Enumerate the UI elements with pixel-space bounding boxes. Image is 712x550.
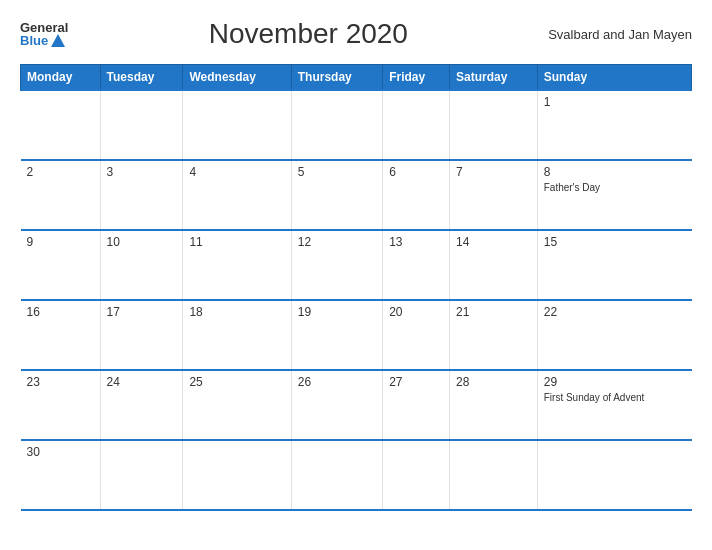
week-row-3: 9101112131415 [21, 230, 692, 300]
day-number: 10 [107, 235, 177, 249]
day-number: 15 [544, 235, 686, 249]
day-cell: 7 [449, 160, 537, 230]
day-number: 18 [189, 305, 284, 319]
day-number: 8 [544, 165, 686, 179]
day-header-friday: Friday [383, 65, 450, 91]
day-cell [183, 440, 291, 510]
day-cell: 17 [100, 300, 183, 370]
day-number: 13 [389, 235, 443, 249]
day-cell [383, 90, 450, 160]
day-cell [291, 90, 382, 160]
week-row-2: 2345678Father's Day [21, 160, 692, 230]
week-row-4: 16171819202122 [21, 300, 692, 370]
day-cell [21, 90, 101, 160]
day-number: 19 [298, 305, 376, 319]
day-cell: 2 [21, 160, 101, 230]
day-number: 6 [389, 165, 443, 179]
day-header-monday: Monday [21, 65, 101, 91]
day-cell: 25 [183, 370, 291, 440]
day-cell: 10 [100, 230, 183, 300]
day-cell: 3 [100, 160, 183, 230]
day-number: 3 [107, 165, 177, 179]
day-number: 21 [456, 305, 531, 319]
day-cell: 19 [291, 300, 382, 370]
day-cell: 30 [21, 440, 101, 510]
day-number: 7 [456, 165, 531, 179]
day-number: 9 [27, 235, 94, 249]
day-cell: 12 [291, 230, 382, 300]
day-cell: 20 [383, 300, 450, 370]
day-header-wednesday: Wednesday [183, 65, 291, 91]
day-number: 11 [189, 235, 284, 249]
day-number: 25 [189, 375, 284, 389]
day-event: First Sunday of Advent [544, 391, 686, 404]
days-header-row: MondayTuesdayWednesdayThursdayFridaySatu… [21, 65, 692, 91]
day-cell: 21 [449, 300, 537, 370]
day-number: 26 [298, 375, 376, 389]
day-cell: 15 [537, 230, 691, 300]
day-number: 22 [544, 305, 686, 319]
day-cell: 9 [21, 230, 101, 300]
day-number: 12 [298, 235, 376, 249]
calendar-table: MondayTuesdayWednesdayThursdayFridaySatu… [20, 64, 692, 511]
day-cell [449, 440, 537, 510]
day-cell [537, 440, 691, 510]
day-cell: 6 [383, 160, 450, 230]
logo: General Blue [20, 21, 68, 47]
day-header-sunday: Sunday [537, 65, 691, 91]
day-cell: 22 [537, 300, 691, 370]
calendar-header: General Blue November 2020 Svalbard and … [20, 18, 692, 50]
day-header-thursday: Thursday [291, 65, 382, 91]
day-cell [291, 440, 382, 510]
day-number: 16 [27, 305, 94, 319]
day-number: 24 [107, 375, 177, 389]
logo-blue-area: Blue [20, 34, 68, 47]
day-number: 1 [544, 95, 686, 109]
day-cell: 13 [383, 230, 450, 300]
day-number: 20 [389, 305, 443, 319]
day-number: 14 [456, 235, 531, 249]
day-number: 23 [27, 375, 94, 389]
day-cell: 23 [21, 370, 101, 440]
day-cell [100, 90, 183, 160]
week-row-5: 23242526272829First Sunday of Advent [21, 370, 692, 440]
day-number: 17 [107, 305, 177, 319]
logo-blue-text: Blue [20, 34, 48, 47]
day-number: 4 [189, 165, 284, 179]
day-header-saturday: Saturday [449, 65, 537, 91]
day-cell [100, 440, 183, 510]
day-cell [183, 90, 291, 160]
day-event: Father's Day [544, 181, 686, 194]
day-cell: 26 [291, 370, 382, 440]
calendar-wrapper: General Blue November 2020 Svalbard and … [0, 0, 712, 550]
day-cell: 27 [383, 370, 450, 440]
week-row-1: 1 [21, 90, 692, 160]
day-cell: 16 [21, 300, 101, 370]
week-row-6: 30 [21, 440, 692, 510]
logo-triangle-icon [51, 34, 65, 47]
day-cell: 28 [449, 370, 537, 440]
day-cell: 4 [183, 160, 291, 230]
day-cell [383, 440, 450, 510]
day-cell: 5 [291, 160, 382, 230]
day-number: 30 [27, 445, 94, 459]
day-cell: 8Father's Day [537, 160, 691, 230]
calendar-title: November 2020 [68, 18, 548, 50]
day-cell: 24 [100, 370, 183, 440]
day-number: 28 [456, 375, 531, 389]
day-cell: 29First Sunday of Advent [537, 370, 691, 440]
day-cell: 18 [183, 300, 291, 370]
day-number: 2 [27, 165, 94, 179]
calendar-region: Svalbard and Jan Mayen [548, 27, 692, 42]
day-header-tuesday: Tuesday [100, 65, 183, 91]
day-cell: 1 [537, 90, 691, 160]
day-number: 5 [298, 165, 376, 179]
day-number: 29 [544, 375, 686, 389]
day-number: 27 [389, 375, 443, 389]
day-cell [449, 90, 537, 160]
day-cell: 11 [183, 230, 291, 300]
day-cell: 14 [449, 230, 537, 300]
